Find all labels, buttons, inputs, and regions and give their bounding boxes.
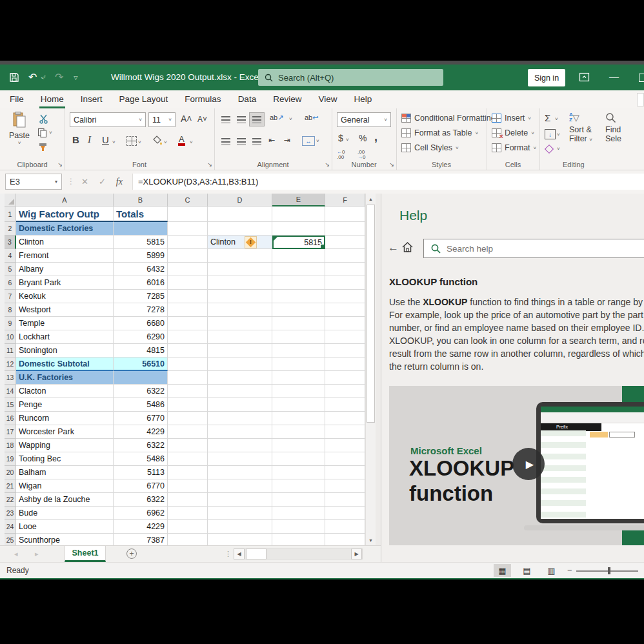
fill-chevron-icon[interactable]: ˅ xyxy=(557,132,560,137)
row-header-13[interactable]: 13 xyxy=(5,371,16,385)
cell-E8[interactable] xyxy=(272,303,325,317)
cell-D25[interactable] xyxy=(208,534,272,545)
cell-D18[interactable] xyxy=(208,439,272,452)
italic-button[interactable]: I xyxy=(88,134,91,145)
borders-chevron-icon[interactable]: ˅ xyxy=(138,139,141,145)
insert-cells-button[interactable]: Insert ˅ xyxy=(492,114,531,123)
row-header-19[interactable]: 19 xyxy=(5,452,16,466)
row-header-4[interactable]: 4 xyxy=(5,249,16,263)
cell-F14[interactable] xyxy=(325,385,365,398)
cell-E21[interactable] xyxy=(272,479,325,493)
cell-C1[interactable] xyxy=(168,206,208,222)
row-header-10[interactable]: 10 xyxy=(5,330,16,344)
zoom-slider-handle[interactable] xyxy=(608,567,610,574)
cell-C18[interactable] xyxy=(168,439,208,452)
cell-F20[interactable] xyxy=(325,466,365,479)
prev-sheet-icon[interactable]: ◂ xyxy=(14,546,18,562)
cell-A20[interactable]: Balham xyxy=(16,466,114,479)
cell-B5[interactable]: 6432 xyxy=(114,263,168,276)
ribbon-display-options-icon[interactable] xyxy=(579,72,590,83)
col-header-B[interactable]: B xyxy=(114,194,168,206)
cell-E5[interactable] xyxy=(272,263,325,276)
cell-E24[interactable] xyxy=(272,520,325,534)
cell-C15[interactable] xyxy=(168,398,208,412)
cell-A17[interactable]: Worcester Park xyxy=(16,425,114,439)
cell-B9[interactable]: 6680 xyxy=(114,317,168,330)
cell-A8[interactable]: Westport xyxy=(16,303,114,317)
underline-button[interactable]: U xyxy=(102,134,109,145)
alignment-dialog-launcher-icon[interactable]: ↘ xyxy=(325,161,330,168)
col-header-D[interactable]: D xyxy=(208,194,272,206)
row-header-5[interactable]: 5 xyxy=(5,263,16,276)
cell-E1[interactable] xyxy=(272,206,325,222)
row-header-11[interactable]: 11 xyxy=(5,344,16,357)
cell-C17[interactable] xyxy=(168,425,208,439)
selection-fill-handle[interactable] xyxy=(320,244,325,248)
clear-chevron-icon[interactable]: ˅ xyxy=(557,146,560,152)
page-layout-view-icon[interactable]: ▤ xyxy=(518,564,536,577)
cell-D7[interactable] xyxy=(208,290,272,303)
format-as-table-button[interactable]: Format as Table ˅ xyxy=(401,128,478,137)
cell-F19[interactable] xyxy=(325,452,365,466)
horizontal-scroll-thumb[interactable] xyxy=(246,548,267,559)
cell-E15[interactable] xyxy=(272,398,325,412)
cell-D19[interactable] xyxy=(208,452,272,466)
cell-C14[interactable] xyxy=(168,385,208,398)
titlebar-search[interactable]: Search (Alt+Q) xyxy=(258,69,443,86)
bold-button[interactable]: B xyxy=(72,134,79,145)
accounting-format-icon[interactable]: $ xyxy=(338,133,343,143)
cell-A6[interactable]: Bryant Park xyxy=(16,276,114,290)
increase-decimal-icon[interactable]: ←0.00 xyxy=(337,150,345,160)
col-header-E[interactable]: E xyxy=(272,194,325,206)
undo-icon[interactable]: ↶ xyxy=(28,71,37,84)
sign-in-button[interactable]: Sign in xyxy=(528,69,565,86)
cell-C23[interactable] xyxy=(168,507,208,520)
qat-customize-icon[interactable]: ▽ xyxy=(74,75,77,81)
row-header-21[interactable]: 21 xyxy=(5,479,16,493)
zoom-out-icon[interactable]: − xyxy=(567,563,572,578)
cell-E9[interactable] xyxy=(272,317,325,330)
cell-F22[interactable] xyxy=(325,493,365,507)
help-back-icon[interactable]: ← xyxy=(388,241,399,254)
cell-B21[interactable]: 6770 xyxy=(114,479,168,493)
scroll-up-icon[interactable]: ▲ xyxy=(366,194,376,204)
cell-D1[interactable] xyxy=(208,206,272,222)
cell-A15[interactable]: Penge xyxy=(16,398,114,412)
cell-A9[interactable]: Temple xyxy=(16,317,114,330)
align-right-icon[interactable] xyxy=(249,134,265,148)
row-header-22[interactable]: 22 xyxy=(5,493,16,507)
cell-F16[interactable] xyxy=(325,412,365,425)
clipboard-dialog-launcher-icon[interactable]: ↘ xyxy=(57,161,63,168)
delete-cells-button[interactable]: Delete ˅ xyxy=(492,128,534,137)
cell-A19[interactable]: Tooting Bec xyxy=(16,452,114,466)
ribbon-tab-help[interactable]: Help xyxy=(345,90,380,108)
decrease-indent-icon[interactable]: ⇤ xyxy=(268,136,275,145)
cell-F4[interactable] xyxy=(325,249,365,263)
formula-input[interactable]: =XLOOKUP(D3,A3:A11,B3:B11) xyxy=(132,174,644,190)
cell-F15[interactable] xyxy=(325,398,365,412)
cell-A21[interactable]: Wigan xyxy=(16,479,114,493)
row-header-23[interactable]: 23 xyxy=(5,507,16,520)
cell-B24[interactable]: 4229 xyxy=(114,520,168,534)
ribbon-tab-home[interactable]: Home xyxy=(32,90,72,108)
cell-E12[interactable] xyxy=(272,357,325,371)
decrease-font-size-icon[interactable]: A˅ xyxy=(197,115,207,124)
name-box[interactable]: E3 ▾ xyxy=(5,174,62,190)
error-checking-warning-icon[interactable] xyxy=(245,236,257,248)
cell-E10[interactable] xyxy=(272,330,325,344)
row-header-15[interactable]: 15 xyxy=(5,398,16,412)
cell-C19[interactable] xyxy=(168,452,208,466)
cell-F8[interactable] xyxy=(325,303,365,317)
copy-button[interactable]: ˅ xyxy=(37,128,52,137)
cell-B20[interactable]: 5113 xyxy=(114,466,168,479)
middle-align-icon[interactable] xyxy=(234,112,249,126)
cell-F10[interactable] xyxy=(325,330,365,344)
cell-E17[interactable] xyxy=(272,425,325,439)
borders-icon[interactable] xyxy=(126,136,137,146)
cell-B11[interactable]: 4815 xyxy=(114,344,168,357)
cell-B23[interactable]: 6962 xyxy=(114,507,168,520)
cell-E19[interactable] xyxy=(272,452,325,466)
percent-style-icon[interactable]: % xyxy=(359,133,367,143)
undo-chevron-icon[interactable]: ˂ˁ xyxy=(41,75,45,81)
next-sheet-icon[interactable]: ▸ xyxy=(35,546,39,562)
